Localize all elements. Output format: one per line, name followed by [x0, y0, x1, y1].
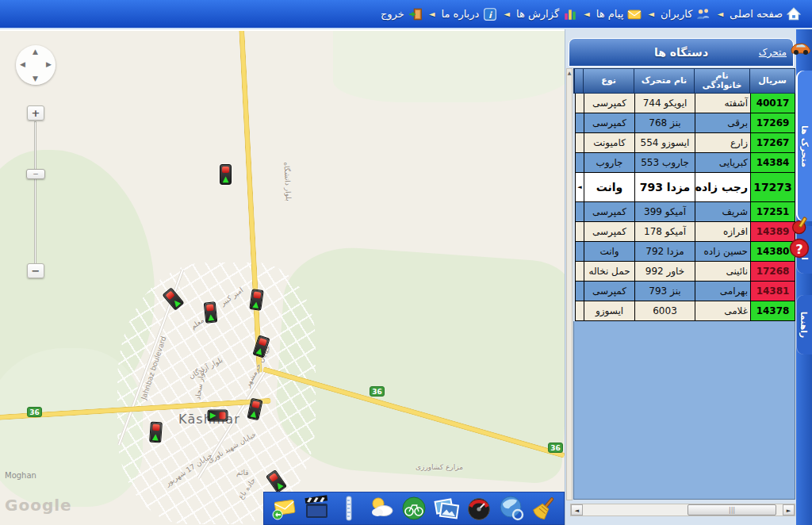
- bicycle-icon[interactable]: [400, 495, 427, 522]
- column-family[interactable]: نام خانوادگی: [694, 69, 749, 93]
- row-indicator: [575, 301, 584, 321]
- row-indicator: [575, 242, 584, 262]
- nav-item[interactable]: خروج: [377, 6, 426, 23]
- row-indicator: ◄: [575, 173, 584, 202]
- cell-vehicle: مزدا 792: [634, 242, 695, 262]
- row-indicator: [575, 133, 584, 153]
- horizontal-scrollbar[interactable]: ◄ ►: [570, 504, 795, 516]
- pan-down-icon[interactable]: ▼: [33, 75, 38, 82]
- cell-vehicle: ایسوزو 554: [634, 133, 695, 153]
- weather-icon[interactable]: [368, 495, 395, 522]
- table-row[interactable]: 17267زارعایسوزو 554کامیونت: [573, 133, 795, 153]
- cell-type: جاروب: [584, 153, 634, 173]
- devices-table: 40017آشفتهایویکو 744کمپرسی17269برقیبنز 7…: [573, 94, 795, 321]
- cell-vehicle: جاروب 553: [634, 153, 695, 173]
- cell-family: کبریایی: [695, 153, 750, 173]
- top-navbar: صفحه اصلی◄کاربران◄پیام ها◄گزارش ها◄iدربا…: [0, 0, 812, 29]
- zoom-slider-thumb[interactable]: −: [26, 169, 45, 179]
- media-icon[interactable]: [303, 495, 330, 522]
- table-row[interactable]: 14389افرازهآمیکو 178کمپرسی: [573, 222, 795, 242]
- reports-icon: [563, 7, 577, 21]
- table-empty-area: [573, 321, 795, 500]
- nav-separator-icon: ◄: [584, 10, 590, 18]
- vertical-scrollbar[interactable]: ▲: [566, 68, 573, 500]
- nav-separator-icon: ◄: [717, 10, 723, 18]
- map-green-area: [333, 31, 565, 102]
- nav-separator-icon: ◄: [648, 10, 654, 18]
- cell-serial: 17267: [750, 133, 795, 153]
- pan-up-icon[interactable]: ▲: [33, 48, 38, 56]
- nav-item[interactable]: صفحه اصلی: [726, 6, 804, 23]
- tab-vehicles-label: متحرک ها: [799, 125, 810, 167]
- scroll-left-icon[interactable]: ◄: [571, 504, 583, 515]
- nav-separator-icon: ◄: [504, 10, 510, 18]
- nav-item[interactable]: گزارش ها: [513, 6, 580, 23]
- vehicle-marker[interactable]: ▲: [220, 164, 232, 185]
- zoom-in-button[interactable]: +: [27, 105, 44, 121]
- ruler-icon[interactable]: [335, 495, 362, 522]
- table-row[interactable]: 17268نائینیخاور 992حمل نخاله: [573, 262, 795, 282]
- cell-serial: 17269: [750, 113, 795, 133]
- zoom-out-button[interactable]: −: [27, 263, 44, 278]
- pan-left-icon[interactable]: ◀: [20, 60, 25, 68]
- table-row[interactable]: 40017آشفتهایویکو 744کمپرسی: [573, 94, 795, 113]
- vehicle-marker[interactable]: ▲: [208, 410, 228, 422]
- table-header: سریال نام خانوادگی نام متحرک نوع: [573, 68, 795, 94]
- cell-family: افرازه: [695, 222, 750, 242]
- about-icon: i: [483, 7, 497, 21]
- logout-icon: [408, 7, 423, 21]
- car-icon[interactable]: [790, 40, 812, 57]
- send-mail-icon[interactable]: [270, 495, 297, 522]
- scroll-up-icon[interactable]: ▲: [567, 70, 572, 75]
- cell-family: غلامی: [695, 301, 750, 321]
- zoom-slider-track[interactable]: [34, 121, 36, 264]
- table-row[interactable]: 14381بهرامیبنز 793کمپرسی: [573, 282, 795, 301]
- broom-icon[interactable]: [530, 495, 557, 522]
- map-pan-control[interactable]: ▲ ▼ ◀ ▶: [16, 45, 56, 85]
- row-indicator: [575, 153, 584, 173]
- gallery-icon[interactable]: [433, 495, 460, 522]
- row-indicator: [575, 222, 584, 242]
- table-row[interactable]: 14384کبریاییجاروب 553جاروب: [573, 153, 795, 173]
- table-row[interactable]: 17273رجب زادهمزدا 793وانت◄: [573, 173, 795, 202]
- table-row[interactable]: 17269برقیبنز 768کمپرسی: [573, 113, 795, 133]
- cell-family: زارع: [695, 133, 750, 153]
- cell-type: وانت: [584, 173, 634, 202]
- row-indicator: [575, 113, 584, 133]
- moving-filter-link[interactable]: متحرک: [759, 47, 787, 58]
- column-vehicle[interactable]: نام متحرک: [634, 69, 694, 93]
- tab-vehicles[interactable]: متحرک ها: [796, 71, 812, 221]
- cell-family: بهرامی: [695, 282, 750, 301]
- cell-serial: 17268: [750, 262, 795, 282]
- nav-item[interactable]: کاربران: [657, 6, 714, 23]
- tools-icon[interactable]: [791, 216, 809, 235]
- cell-type: کمپرسی: [584, 282, 634, 301]
- column-type[interactable]: نوع: [583, 69, 634, 93]
- cell-type: کمپرسی: [584, 202, 634, 222]
- help-icon[interactable]: ?: [789, 238, 810, 259]
- map-canvas[interactable]: ▲ ▼ ◀ ▶ + − − Kāshmar Moghan Google بلوا…: [0, 31, 565, 525]
- street-label: مزارع کشاورزی: [416, 463, 463, 471]
- cell-serial: 17273: [750, 173, 795, 202]
- row-indicator: [575, 94, 584, 113]
- table-row[interactable]: 14378غلامی6003ایسوزو: [573, 301, 795, 321]
- nav-item[interactable]: پیام ها: [593, 6, 645, 23]
- scroll-right-icon[interactable]: ►: [783, 504, 795, 515]
- globe-icon[interactable]: [498, 495, 525, 522]
- pan-right-icon[interactable]: ▶: [46, 60, 52, 68]
- region-label: Moghan: [5, 471, 36, 480]
- vehicle-marker[interactable]: ▲: [149, 422, 163, 443]
- cell-type: کمپرسی: [584, 222, 634, 242]
- nav-item[interactable]: iدرباره ما: [439, 6, 501, 23]
- home-icon: [787, 7, 801, 21]
- table-row[interactable]: 14380حسین زادهمزدا 792وانت: [573, 242, 795, 262]
- tab-help[interactable]: راهنما: [796, 295, 812, 354]
- horizontal-scroll-thumb[interactable]: [688, 504, 777, 515]
- vehicle-marker[interactable]: ▲: [204, 301, 218, 323]
- devices-panel: دستگاه ها متحرک سریال نام خانوادگی نام م…: [565, 29, 796, 525]
- column-serial[interactable]: سریال: [749, 69, 795, 93]
- row-indicator: [575, 282, 584, 301]
- cell-type: کمپرسی: [584, 113, 634, 133]
- table-row[interactable]: 17251شریفآمیکو 399کمپرسی: [573, 202, 795, 222]
- gauge-icon[interactable]: [465, 495, 492, 522]
